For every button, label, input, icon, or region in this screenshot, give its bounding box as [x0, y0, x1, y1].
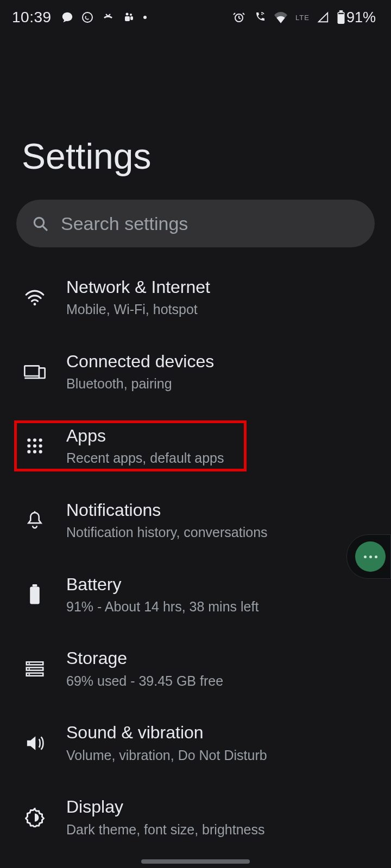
setting-item-display[interactable]: Display Dark theme, font size, brightnes…	[0, 780, 391, 854]
teams-icon	[122, 11, 135, 24]
setting-subtitle: Notification history, conversations	[66, 524, 268, 541]
status-bar: 10:39 LTE	[0, 0, 391, 35]
svg-point-1	[125, 13, 128, 16]
setting-item-notifications[interactable]: Notifications Notification history, conv…	[0, 483, 391, 558]
bell-icon	[22, 510, 48, 530]
svg-point-12	[34, 303, 36, 306]
svg-point-5	[143, 16, 147, 19]
svg-point-17	[33, 438, 36, 442]
whatsapp-icon	[81, 11, 94, 24]
setting-item-network[interactable]: Network & Internet Mobile, Wi-Fi, hotspo…	[0, 260, 391, 335]
svg-point-22	[27, 450, 30, 454]
page-title: Settings	[22, 136, 151, 177]
wifi-calling-icon	[253, 11, 266, 24]
setting-item-storage[interactable]: Storage 69% used - 39.45 GB free	[0, 631, 391, 706]
svg-rect-26	[33, 584, 37, 586]
status-bar-right: LTE 91%	[232, 9, 376, 26]
setting-title: Display	[66, 796, 264, 817]
svg-point-2	[130, 14, 132, 16]
setting-title: Network & Internet	[66, 277, 210, 297]
svg-point-31	[29, 668, 30, 670]
status-bar-left: 10:39	[12, 9, 147, 26]
missed-call-icon	[102, 11, 115, 24]
setting-title: Storage	[66, 648, 223, 668]
gesture-nav-handle[interactable]	[141, 859, 250, 864]
wifi-icon	[274, 11, 288, 23]
devices-icon	[22, 363, 48, 380]
battery-indicator: 91%	[337, 9, 376, 26]
status-time: 10:39	[12, 9, 52, 26]
svg-rect-8	[339, 10, 343, 12]
storage-icon	[22, 661, 48, 676]
setting-subtitle: Dark theme, font size, brightness	[66, 821, 264, 839]
settings-list: Network & Internet Mobile, Wi-Fi, hotspo…	[0, 260, 391, 868]
signal-icon	[317, 11, 329, 23]
more-icon	[355, 541, 386, 572]
svg-point-32	[29, 674, 30, 675]
setting-title: Sound & vibration	[66, 722, 267, 743]
svg-point-23	[33, 450, 36, 454]
setting-subtitle: Volume, vibration, Do Not Disturb	[66, 746, 267, 764]
search-placeholder: Search settings	[61, 213, 188, 234]
brightness-icon	[22, 808, 48, 827]
setting-subtitle: Recent apps, default apps	[66, 449, 224, 467]
svg-line-11	[42, 226, 47, 230]
apps-grid-icon	[22, 437, 48, 455]
svg-point-20	[33, 444, 36, 448]
battery-icon	[22, 584, 48, 605]
setting-item-battery[interactable]: Battery 91% - About 14 hrs, 38 mins left	[0, 558, 391, 632]
svg-point-30	[29, 662, 30, 664]
svg-point-0	[83, 12, 92, 22]
setting-subtitle: Mobile, Wi-Fi, hotspot	[66, 301, 210, 318]
svg-rect-13	[24, 366, 39, 376]
wifi-icon	[22, 289, 48, 305]
setting-subtitle: Bluetooth, pairing	[66, 375, 214, 393]
search-bar[interactable]: Search settings	[16, 200, 375, 247]
setting-item-apps[interactable]: Apps Recent apps, default apps	[0, 409, 391, 483]
volume-icon	[22, 735, 48, 752]
setting-subtitle: 91% - About 14 hrs, 38 mins left	[66, 598, 258, 616]
more-notifications-dot-icon	[143, 15, 147, 20]
svg-rect-3	[125, 16, 130, 21]
setting-item-sound[interactable]: Sound & vibration Volume, vibration, Do …	[0, 706, 391, 780]
setting-subtitle: 69% used - 39.45 GB free	[66, 672, 223, 690]
search-icon	[31, 215, 49, 232]
setting-title: Connected devices	[66, 351, 214, 372]
network-type-label: LTE	[295, 14, 310, 22]
battery-icon	[337, 10, 345, 24]
svg-rect-9	[338, 13, 344, 14]
svg-point-21	[39, 444, 42, 448]
svg-point-24	[39, 450, 42, 454]
setting-title: Battery	[66, 574, 258, 595]
setting-title: Notifications	[66, 500, 268, 520]
chat-bubble-icon	[61, 11, 73, 23]
assist-fab[interactable]	[346, 534, 391, 579]
svg-rect-4	[130, 16, 133, 20]
alarm-icon	[232, 11, 245, 24]
battery-percentage: 91%	[346, 9, 376, 26]
svg-point-18	[39, 438, 42, 442]
svg-rect-15	[39, 368, 45, 379]
svg-point-16	[27, 438, 30, 442]
svg-point-19	[27, 444, 30, 448]
setting-item-connected-devices[interactable]: Connected devices Bluetooth, pairing	[0, 335, 391, 409]
svg-rect-25	[30, 586, 40, 604]
setting-title: Apps	[66, 425, 224, 446]
